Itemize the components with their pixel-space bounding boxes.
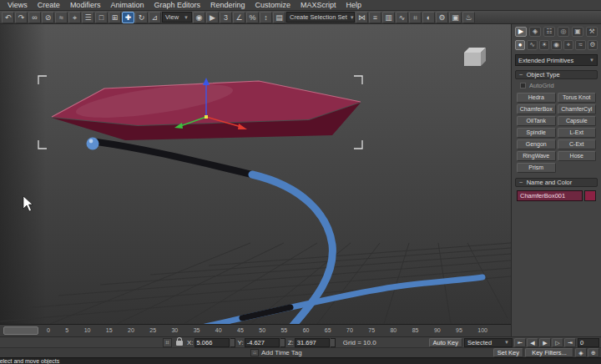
- object-type-button[interactable]: Spindle: [517, 128, 556, 138]
- lights-category-icon[interactable]: ☀: [539, 40, 549, 50]
- helpers-category-icon[interactable]: ⌖: [563, 40, 573, 50]
- display-tab[interactable]: ▣: [572, 27, 583, 37]
- utilities-tab[interactable]: ⚒: [586, 27, 598, 37]
- key-mode-toggle-button[interactable]: ◈: [575, 348, 587, 357]
- object-color-swatch[interactable]: [584, 190, 596, 201]
- edit-named-selection-sets-icon[interactable]: ▤: [273, 12, 285, 23]
- gizmo-center[interactable]: [205, 115, 208, 119]
- menu-item[interactable]: MAXScript: [295, 0, 341, 10]
- schematic-view-icon[interactable]: ⌗: [409, 12, 422, 23]
- go-to-start-button[interactable]: ⇤: [514, 338, 526, 347]
- viewcube[interactable]: [464, 48, 486, 66]
- previous-frame-button[interactable]: ◀: [527, 338, 538, 347]
- go-to-end-button[interactable]: ⇥: [564, 338, 576, 347]
- window-crossing-icon[interactable]: ⊞: [109, 12, 121, 23]
- select-and-link-icon[interactable]: ∞: [28, 12, 41, 23]
- x-spinner[interactable]: [230, 338, 235, 347]
- object-type-button[interactable]: L-Ext: [558, 128, 597, 138]
- space-warps-category-icon[interactable]: ≈: [575, 40, 585, 50]
- perspective-viewport[interactable]: [0, 24, 511, 324]
- current-frame-field[interactable]: 0: [578, 338, 599, 347]
- cameras-category-icon[interactable]: ◉: [551, 40, 561, 50]
- redo-icon[interactable]: ↷: [15, 12, 28, 23]
- sphere-highlight: [89, 139, 93, 144]
- snap-toggle-3d-icon[interactable]: 3: [220, 12, 232, 23]
- create-tab[interactable]: ▶: [515, 27, 527, 37]
- curve-editor-icon[interactable]: ∿: [396, 12, 408, 23]
- y-coordinate-field[interactable]: -4.627: [245, 338, 280, 347]
- primitive-type-dropdown[interactable]: Extended Primitives▼: [515, 54, 598, 66]
- modify-tab[interactable]: ◈: [529, 27, 541, 37]
- undo-icon[interactable]: ↶: [2, 12, 14, 23]
- next-frame-button[interactable]: ▷: [552, 338, 563, 347]
- select-and-rotate-icon[interactable]: ↻: [135, 12, 148, 23]
- menu-item[interactable]: Animation: [105, 0, 149, 10]
- time-configuration-button[interactable]: ⊕: [588, 348, 599, 357]
- bind-to-space-warp-icon[interactable]: ≈: [55, 12, 68, 23]
- object-type-button[interactable]: Prism: [517, 163, 556, 173]
- set-key-button[interactable]: Set Key: [493, 348, 523, 357]
- systems-category-icon[interactable]: ⚙: [588, 40, 598, 50]
- object-type-button[interactable]: ChamferBox: [517, 104, 556, 114]
- autogrid-checkbox[interactable]: [520, 83, 526, 88]
- z-spinner[interactable]: [331, 338, 336, 347]
- select-by-name-icon[interactable]: ☰: [82, 12, 94, 23]
- quick-render-icon[interactable]: ♨: [462, 12, 475, 23]
- percent-snap-icon[interactable]: %: [246, 12, 259, 23]
- select-and-move-icon[interactable]: ✚: [122, 12, 134, 23]
- geometry-category-icon[interactable]: ●: [515, 40, 525, 50]
- select-and-manipulate-icon[interactable]: ▶: [206, 12, 219, 23]
- name-and-color-rollout-header[interactable]: − Name and Color: [515, 178, 598, 187]
- object-type-button[interactable]: Torus Knot: [558, 93, 597, 103]
- selection-lock-icon[interactable]: [176, 341, 183, 346]
- x-coordinate-field[interactable]: 5.066: [194, 338, 230, 347]
- z-coordinate-field[interactable]: 31.697: [295, 338, 330, 347]
- auto-key-button[interactable]: Auto Key: [429, 338, 462, 347]
- object-type-button[interactable]: Hedra: [517, 93, 556, 103]
- tube-end-sphere[interactable]: [87, 138, 99, 150]
- object-type-button[interactable]: Hose: [558, 151, 597, 161]
- track-bar[interactable]: 0510152025303540455055606570758085909510…: [0, 324, 511, 336]
- menu-item[interactable]: Modifiers: [65, 0, 106, 10]
- use-pivot-center-icon[interactable]: ◉: [193, 12, 205, 23]
- angle-snap-icon[interactable]: ∠: [233, 12, 245, 23]
- add-time-tag-button[interactable]: Add Time Tag: [261, 349, 302, 356]
- material-editor-icon[interactable]: ◐: [422, 12, 435, 23]
- align-icon[interactable]: ≡: [369, 12, 381, 23]
- reference-coordinate-dropdown[interactable]: View▼: [162, 12, 192, 23]
- menu-item[interactable]: Views: [3, 0, 33, 10]
- object-type-button[interactable]: OilTank: [517, 116, 556, 126]
- object-type-button[interactable]: C-Ext: [558, 139, 597, 149]
- object-name-field[interactable]: ChamferBox001: [517, 190, 583, 201]
- menu-item[interactable]: Graph Editors: [149, 0, 205, 10]
- time-slider-handle[interactable]: [3, 326, 38, 335]
- object-type-rollout-header[interactable]: − Object Type: [515, 70, 598, 79]
- y-spinner[interactable]: [280, 338, 285, 347]
- absolute-mode-icon[interactable]: ⌗: [163, 338, 172, 347]
- menu-item[interactable]: Rendering: [205, 0, 250, 10]
- object-type-button[interactable]: ChamferCyl: [558, 104, 597, 114]
- hierarchy-tab[interactable]: ☷: [543, 27, 555, 37]
- key-selection-dropdown[interactable]: Selected▼: [464, 338, 513, 347]
- render-setup-icon[interactable]: ⚙: [436, 12, 448, 23]
- spinner-snap-icon[interactable]: ↕: [260, 12, 272, 23]
- rendered-frame-icon[interactable]: ▣: [449, 12, 462, 23]
- object-type-button[interactable]: Gengon: [517, 139, 556, 149]
- menu-item[interactable]: Create: [33, 0, 65, 10]
- select-and-scale-icon[interactable]: ⊿: [149, 12, 161, 23]
- object-type-button[interactable]: RingWave: [517, 151, 556, 161]
- unlink-selection-icon[interactable]: ⊘: [42, 12, 54, 23]
- named-selection-set-dropdown[interactable]: Create Selection Set▼: [286, 12, 355, 23]
- object-type-button[interactable]: Capsule: [558, 116, 597, 126]
- mirror-icon[interactable]: ⋈: [356, 12, 368, 23]
- menu-item[interactable]: Customize: [250, 0, 295, 10]
- layer-manager-icon[interactable]: ▥: [382, 12, 395, 23]
- timeline-tick-label: 70: [346, 325, 353, 336]
- shapes-category-icon[interactable]: ∿: [527, 40, 537, 50]
- play-button[interactable]: ▶: [539, 338, 551, 347]
- selection-region-icon[interactable]: □: [95, 12, 108, 23]
- menu-item[interactable]: Help: [341, 0, 367, 10]
- select-object-icon[interactable]: ⌖: [68, 12, 81, 23]
- motion-tab[interactable]: ◎: [558, 27, 569, 37]
- key-filters-button[interactable]: Key Filters...: [525, 348, 573, 357]
